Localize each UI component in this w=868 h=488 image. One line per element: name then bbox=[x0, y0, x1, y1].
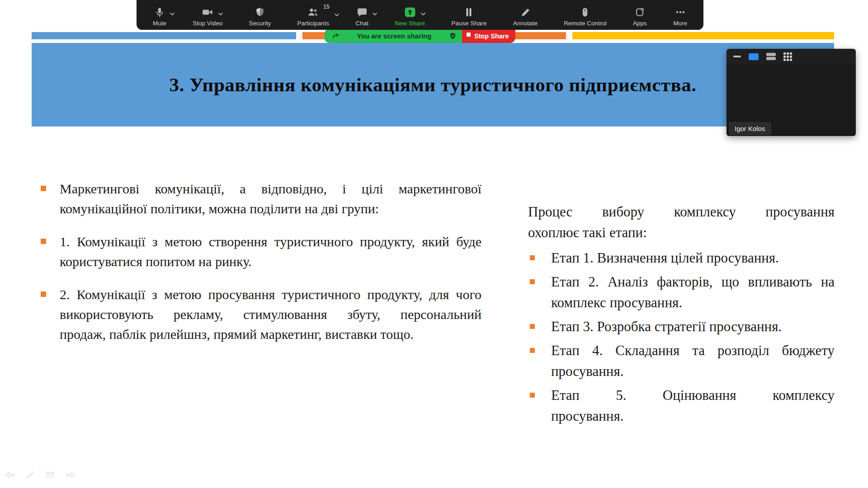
toolbar-item-label: Annotate bbox=[513, 20, 538, 27]
zoom-meeting-toolbar: MuteStop VideoSecurity15ParticipantsChat… bbox=[137, 0, 703, 30]
bullet-paragraph: Маркетингові комунікації, а відповідно, … bbox=[41, 179, 481, 219]
slide-title: 3. Управління комунікаціями туристичного… bbox=[170, 74, 697, 96]
toolbar-item-stop-video[interactable]: Stop Video bbox=[192, 0, 223, 30]
participant-name-label: Igor Kolos bbox=[729, 122, 771, 135]
slide-menu-icon[interactable] bbox=[43, 468, 57, 482]
toolbar-item-label: Apps bbox=[633, 20, 647, 27]
chevron-down-icon[interactable] bbox=[218, 10, 223, 18]
next-slide-icon[interactable] bbox=[63, 468, 77, 482]
bullet-paragraph: Етап 2. Аналіз факторів, що впливають на… bbox=[528, 272, 835, 313]
text-line: Етап 4. Складання та розподіл бюджету bbox=[551, 340, 835, 361]
chat-bubble-icon bbox=[357, 5, 368, 19]
bullet-paragraph: Етап 5. Оцінювання комплексупросування. bbox=[528, 385, 835, 427]
slide-strip-yellow bbox=[572, 32, 834, 39]
toolbar-item-label: Mute bbox=[153, 20, 166, 27]
grid-view-icon[interactable] bbox=[783, 52, 792, 61]
text-line: Процес вибору комплексу просування bbox=[528, 202, 835, 222]
text-line: комунікаційної політики, можна поділити … bbox=[60, 199, 481, 219]
toolbar-item-apps[interactable]: Apps bbox=[632, 0, 648, 30]
participant-video-feed: Igor Kolos bbox=[726, 64, 856, 136]
toolbar-item-mute[interactable]: Mute bbox=[152, 0, 167, 30]
active-speaker-view-icon[interactable] bbox=[749, 53, 759, 60]
text-line: Етап 1. Визначення цілей просування. bbox=[551, 248, 835, 268]
toolbar-item-label: Chat bbox=[355, 20, 368, 27]
toolbar-item-chat[interactable]: Chat bbox=[354, 0, 369, 30]
apps-icon bbox=[634, 5, 645, 19]
text-line: просування. bbox=[551, 361, 835, 382]
screen-sharing-banner: You are screen sharing bbox=[325, 29, 462, 43]
bullet-paragraph: 1. Комунікації з метою створення туристи… bbox=[41, 232, 481, 272]
slide-strip-blue bbox=[32, 32, 296, 39]
bullet-marker bbox=[41, 186, 46, 191]
bullet-marker bbox=[41, 291, 46, 297]
video-panel-header bbox=[726, 49, 856, 64]
bullet-paragraph: Етап 1. Визначення цілей просування. bbox=[528, 248, 835, 268]
toolbar-item-more[interactable]: More bbox=[672, 0, 688, 30]
presentation-nav-controls bbox=[4, 468, 77, 482]
sharing-status-text: You are screen sharing bbox=[340, 32, 449, 40]
toolbar-item-label: Pause Share bbox=[451, 20, 486, 27]
participants-count-badge: 15 bbox=[323, 4, 330, 10]
video-camera-icon bbox=[202, 5, 213, 19]
toolbar-item-participants[interactable]: 15Participants bbox=[297, 0, 330, 30]
chevron-down-icon[interactable] bbox=[170, 10, 175, 18]
slide-title-banner: 3. Управління комунікаціями туристичного… bbox=[32, 43, 834, 127]
stop-icon bbox=[467, 33, 471, 37]
chevron-down-icon[interactable] bbox=[372, 10, 377, 18]
bullet-marker bbox=[530, 279, 535, 284]
text-line: 1. Комунікації з метою створення туристи… bbox=[60, 232, 481, 252]
text-line: 2. Комунікації з метою просування турист… bbox=[60, 285, 481, 305]
text-line: Етап 5. Оцінювання комплексу bbox=[551, 385, 835, 406]
bullet-marker bbox=[530, 324, 535, 329]
shield-icon bbox=[255, 5, 265, 19]
minimize-panel-icon[interactable] bbox=[733, 56, 741, 57]
stop-share-button[interactable]: Stop Share bbox=[462, 29, 515, 43]
text-line: комплекс просування. bbox=[551, 292, 835, 313]
bullet-paragraph: 2. Комунікації з метою просування турист… bbox=[41, 285, 481, 344]
microphone-icon bbox=[154, 5, 165, 19]
text-line: Маркетингові комунікації, а відповідно, … bbox=[60, 179, 481, 199]
participant-video-panel: Igor Kolos bbox=[726, 49, 856, 136]
chevron-down-icon[interactable] bbox=[420, 10, 426, 18]
sharing-arrow-icon bbox=[332, 32, 340, 40]
toolbar-item-label: Remote Control bbox=[564, 20, 607, 27]
toolbar-item-label: Security bbox=[249, 20, 271, 27]
toolbar-item-label: More bbox=[673, 20, 687, 27]
share-screen-icon bbox=[404, 5, 416, 19]
toolbar-item-remote-control[interactable]: Remote Control bbox=[563, 0, 608, 30]
text-line: Етап 3. Розробка стратегії просування. bbox=[551, 316, 835, 337]
text-line: продаж, паблік рилейшнз, прямий маркетин… bbox=[60, 324, 481, 344]
bullet-marker bbox=[530, 348, 535, 353]
bullet-marker bbox=[530, 255, 535, 260]
paragraph: Процес вибору комплексу просуванняохоплю… bbox=[528, 202, 835, 243]
text-line: охоплює такі етапи: bbox=[528, 222, 835, 243]
pause-icon bbox=[464, 5, 474, 19]
bullet-paragraph: Етап 4. Складання та розподіл бюджетупро… bbox=[528, 340, 835, 382]
text-line: користуватися попитом на ринку. bbox=[60, 252, 481, 272]
pen-tool-icon[interactable] bbox=[24, 468, 37, 482]
pencil-icon bbox=[520, 5, 531, 19]
bullet-marker bbox=[41, 239, 46, 244]
mouse-icon bbox=[580, 5, 590, 19]
toolbar-item-new-share[interactable]: New Share bbox=[394, 0, 426, 30]
participants-icon: 15 bbox=[307, 5, 320, 19]
toolbar-item-security[interactable]: Security bbox=[248, 0, 272, 30]
bullet-marker bbox=[530, 393, 535, 398]
stop-share-label: Stop Share bbox=[474, 33, 509, 40]
toolbar-item-annotate[interactable]: Annotate bbox=[512, 0, 538, 30]
slide-left-column: Маркетингові комунікації, а відповідно, … bbox=[41, 179, 481, 357]
gallery-strip-view-icon[interactable] bbox=[766, 53, 776, 60]
slide-right-column: Процес вибору комплексу просуванняохоплю… bbox=[528, 202, 835, 430]
previous-slide-icon[interactable] bbox=[4, 468, 17, 482]
text-line: Етап 2. Аналіз факторів, що впливають на bbox=[551, 272, 835, 292]
shield-check-icon bbox=[449, 32, 457, 40]
toolbar-item-pause-share[interactable]: Pause Share bbox=[450, 0, 487, 30]
zoom-screen-share-view: 3. Управління комунікаціями туристичного… bbox=[0, 0, 868, 488]
toolbar-item-label: Stop Video bbox=[193, 20, 222, 27]
bullet-paragraph: Етап 3. Розробка стратегії просування. bbox=[528, 316, 835, 337]
text-line: використовують рекламу, стимулювання збу… bbox=[60, 305, 481, 324]
toolbar-item-label: Participants bbox=[297, 20, 330, 27]
chevron-down-icon[interactable] bbox=[334, 11, 340, 19]
ellipsis-icon bbox=[675, 5, 686, 19]
toolbar-item-label: New Share bbox=[395, 20, 425, 27]
